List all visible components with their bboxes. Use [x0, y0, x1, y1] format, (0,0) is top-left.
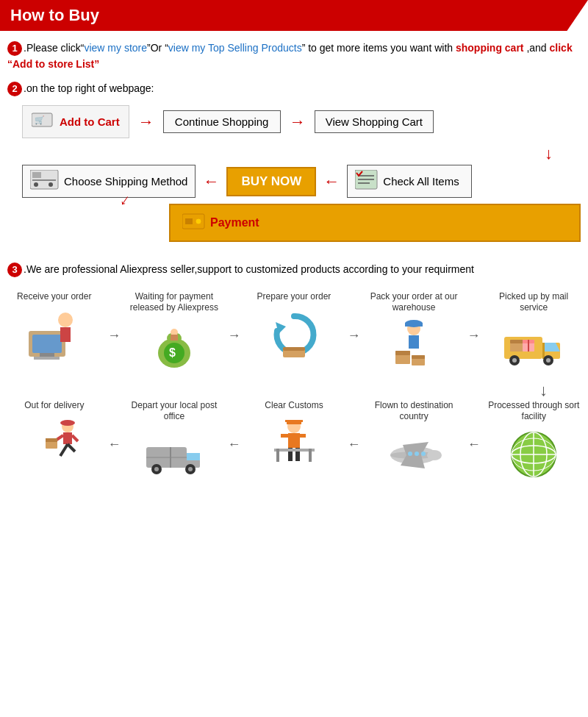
choose-shipping-label: Choose Shipping Method: [64, 175, 187, 188]
step-sort-label: Processed through sort facility: [486, 400, 581, 423]
svg-point-6: [49, 182, 53, 187]
arrow4-left: ←: [323, 172, 340, 191]
process-step-pickup: Picked up by mail service: [486, 291, 581, 374]
section3-label: .We are professional Aliexpress seller,s…: [24, 263, 474, 275]
vert-connector-between-rows: ↓: [4, 381, 584, 400]
step-pickup-icon: [501, 318, 567, 374]
svg-point-42: [512, 358, 517, 363]
svg-line-89: [72, 435, 78, 441]
svg-rect-28: [283, 347, 305, 351]
svg-rect-71: [298, 434, 306, 438]
payment-area: ↓ Payment: [7, 204, 581, 242]
svg-rect-91: [46, 438, 57, 442]
svg-rect-15: [32, 335, 62, 353]
arrow-r1-2: →: [227, 328, 240, 343]
step-delivery-label: Out for delivery: [24, 400, 84, 412]
svg-rect-70: [281, 434, 288, 438]
section2-text: 2.on the top right of webpage:: [0, 77, 588, 98]
step1-num: 1: [7, 41, 22, 56]
svg-point-60: [427, 450, 442, 460]
step-prepare-label: Prepare your order: [257, 291, 331, 303]
arrow-r1-1: →: [107, 328, 121, 343]
step-delivery-icon: [21, 415, 87, 471]
flow-row1: 🛒 Add to Cart → Continue Shopping → View…: [7, 105, 581, 138]
step-depart-label: Depart your local post office: [126, 400, 222, 423]
arrow-r1-3: →: [348, 328, 361, 343]
process-step-sort: Processed through sort facility: [486, 400, 581, 482]
page-title: How to Buy: [10, 6, 99, 25]
step-pack-icon: [381, 318, 447, 374]
vertical-connector: ↓: [7, 146, 581, 162]
process-step-customs: Clear Customs: [246, 400, 342, 471]
svg-rect-40: [542, 343, 545, 359]
checklist-icon: [355, 170, 379, 193]
cart-icon: 🛒: [32, 110, 55, 133]
payment-label: Payment: [210, 216, 259, 229]
continue-shopping-button[interactable]: Continue Shopping: [163, 110, 281, 133]
svg-rect-77: [187, 453, 200, 460]
step-customs-label: Clear Customs: [265, 400, 323, 412]
svg-rect-67: [288, 433, 300, 448]
svg-point-13: [196, 218, 201, 224]
svg-rect-85: [63, 432, 72, 444]
process-step-prepare: Prepare your order: [246, 291, 342, 363]
step-sort-icon: [501, 427, 567, 482]
process-step-depart: Depart your local post office: [126, 400, 222, 482]
svg-point-62: [415, 452, 419, 456]
step-flown-label: Flown to destination country: [366, 400, 462, 423]
arrow1-right: →: [138, 113, 154, 132]
process-row2: Processed through sort facility ← Flown …: [4, 400, 584, 482]
svg-point-79: [154, 467, 159, 471]
step-prepare-icon: [261, 307, 327, 362]
svg-rect-73: [276, 449, 279, 462]
step-waiting-label: Waiting for payment released by Aliexpre…: [126, 291, 222, 314]
section2-label: .on the top right of webpage:: [24, 82, 154, 94]
buy-now-label: BUY NOW: [241, 174, 301, 188]
svg-rect-32: [405, 323, 423, 327]
process-step-delivery: Out for delivery: [7, 400, 102, 471]
section1-text4: ,and: [524, 42, 550, 54]
process-step-flown: Flown to destination country: [366, 400, 462, 482]
arrow-down: ↓: [545, 146, 553, 162]
view-shopping-cart-label: View Shopping Cart: [326, 115, 423, 128]
arrow-r2-4: ←: [467, 437, 481, 452]
shipping-icon: [30, 170, 60, 193]
svg-rect-17: [60, 327, 71, 342]
svg-rect-3: [32, 172, 41, 178]
arrow2-right: →: [290, 113, 306, 132]
flow-diagram: 🛒 Add to Cart → Continue Shopping → View…: [0, 98, 588, 249]
check-all-button[interactable]: Check All Items: [347, 165, 472, 198]
continue-shopping-label: Continue Shopping: [175, 115, 269, 128]
svg-rect-30: [409, 335, 419, 349]
top-selling-link[interactable]: view my Top Selling Products: [168, 42, 302, 54]
process-step-pack: Pack your order at our warehouse: [366, 291, 462, 374]
step-receive-icon: [21, 307, 87, 362]
view-store-link[interactable]: view my store: [84, 42, 147, 54]
step-depart-icon: [141, 427, 207, 482]
process-step-waiting: Waiting for payment released by Aliexpre…: [126, 291, 222, 374]
svg-point-92: [60, 420, 75, 426]
svg-line-86: [60, 444, 68, 456]
add-to-cart-button[interactable]: 🛒 Add to Cart: [22, 105, 129, 138]
svg-point-44: [546, 358, 551, 363]
payment-button[interactable]: Payment: [169, 204, 581, 242]
process-flow: Receive your order → Waiting for payment…: [0, 284, 588, 497]
arrow-r2-2: ←: [228, 437, 241, 452]
payment-icon: [182, 211, 206, 235]
buy-now-button[interactable]: BUY NOW: [226, 167, 316, 196]
section1-text3: ” to get more items you want with: [302, 42, 456, 54]
view-shopping-cart-button[interactable]: View Shopping Cart: [315, 110, 434, 133]
section1-text2: ”Or “: [147, 42, 168, 54]
section3-text: 3.We are professional Aliexpress seller,…: [0, 249, 588, 283]
svg-rect-46: [510, 340, 523, 343]
svg-rect-34: [395, 351, 410, 355]
svg-point-5: [34, 182, 38, 187]
svg-rect-66: [285, 420, 303, 422]
page-header: How to Buy: [0, 0, 588, 31]
svg-text:$: $: [169, 346, 176, 359]
svg-point-63: [421, 452, 426, 456]
process-row1: Receive your order → Waiting for payment…: [4, 291, 584, 374]
choose-shipping-button[interactable]: Choose Shipping Method: [22, 165, 196, 198]
check-all-label: Check All Items: [383, 175, 459, 188]
shopping-cart-link[interactable]: shopping cart: [456, 42, 524, 54]
